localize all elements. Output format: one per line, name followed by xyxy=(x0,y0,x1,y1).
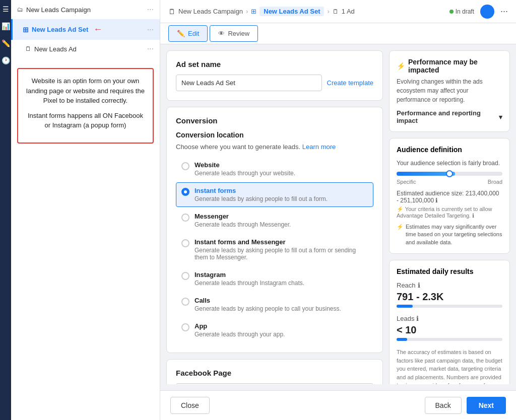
chevron-down-icon: ▾ xyxy=(499,113,502,121)
radio-app-circle xyxy=(181,323,189,331)
avatar[interactable] xyxy=(480,5,494,19)
content-area: Ad set name Create template Conversion C… xyxy=(160,44,516,390)
radio-instagram-circle xyxy=(181,272,189,280)
leads-bar-fill xyxy=(397,338,407,341)
radio-messenger-circle xyxy=(181,214,189,222)
status-dot xyxy=(449,10,454,14)
leads-result: Leads ℹ < 10 xyxy=(397,315,502,341)
radio-instant-messenger-text: Instant forms and Messenger Generate lea… xyxy=(195,238,368,261)
audience-criteria-note: ⚡ Your criteria is currently set to allo… xyxy=(397,206,502,219)
radio-instant-text: Instant forms Generate leads by asking p… xyxy=(195,187,328,202)
sidebar-item-ad[interactable]: 🗒 New Leads Ad ··· xyxy=(11,40,160,58)
breadcrumb-campaign[interactable]: New Leads Campaign xyxy=(178,8,243,15)
audience-description: Your audience selection is fairly broad. xyxy=(397,160,502,167)
right-panel: ⚡ Performance may be impacted Evolving c… xyxy=(389,50,510,384)
breadcrumb-sep1: › xyxy=(246,8,248,15)
leads-value: < 10 xyxy=(397,324,502,336)
reach-bar-bg xyxy=(397,305,502,308)
form-panel: Ad set name Create template Conversion C… xyxy=(166,50,383,384)
info-icon-criteria[interactable]: ℹ xyxy=(472,213,474,219)
ad-icon: 🗒 xyxy=(25,45,31,52)
chart-icon[interactable]: 📊 xyxy=(2,22,10,30)
breadcrumb-campaign-icon: 🗒 xyxy=(168,8,175,16)
reach-value: 791 - 2.3K xyxy=(397,291,502,303)
spark-icon2: ⚡ xyxy=(397,223,404,231)
annotation-box: Website is an optin form on your own lan… xyxy=(17,68,154,144)
radio-messenger[interactable]: Messenger Generate leads through Messeng… xyxy=(176,208,373,233)
audience-bar-indicator xyxy=(446,170,453,177)
info-icon-audience[interactable]: ℹ xyxy=(435,197,438,204)
next-button[interactable]: Next xyxy=(467,397,506,414)
reach-bar-fill xyxy=(397,305,413,308)
audience-size: Estimated audience size: 213,400,000 - 2… xyxy=(397,190,502,204)
breadcrumb-adset[interactable]: New Leads Ad Set xyxy=(260,7,324,16)
arrow-indicator: ← xyxy=(93,24,102,35)
tab-edit-label: Edit xyxy=(188,30,199,37)
bottom-right-buttons: Back Next xyxy=(425,397,506,414)
audience-warning: ⚡ Estimates may vary significantly over … xyxy=(397,223,502,246)
results-disclaimer: The accuracy of estimates is based on fa… xyxy=(397,348,502,384)
adset-dots[interactable]: ··· xyxy=(147,25,154,34)
audience-bar-container xyxy=(397,172,502,176)
estimated-results-title: Estimated daily results xyxy=(397,267,502,275)
adset-name-card: Ad set name Create template xyxy=(166,50,383,101)
status-label: In draft xyxy=(456,8,474,15)
radio-instant-forms[interactable]: Instant forms Generate leads by asking p… xyxy=(176,182,373,207)
adset-name-title: Ad set name xyxy=(176,60,373,68)
spark-icon: ⚡ xyxy=(397,206,404,212)
radio-calls-text: Calls Generate leads by asking people to… xyxy=(195,297,341,312)
adset-name-input[interactable] xyxy=(176,75,322,91)
tab-edit[interactable]: ✏️ Edit xyxy=(168,25,208,42)
specific-label: Specific xyxy=(397,179,416,185)
performance-alert-card: ⚡ Performance may be impacted Evolving c… xyxy=(389,50,510,132)
create-template-link[interactable]: Create template xyxy=(327,79,374,87)
clock-icon[interactable]: 🕐 xyxy=(2,56,10,64)
bottom-bar: Close Back Next xyxy=(160,390,516,420)
conversion-learn-more[interactable]: Learn more xyxy=(302,143,336,151)
conversion-location-title: Conversion location xyxy=(176,131,373,139)
back-button[interactable]: Back xyxy=(425,397,462,414)
radio-website-text: Website Generate leads through your webs… xyxy=(195,161,295,177)
main-area: 🗒 New Leads Campaign › ⊞ New Leads Ad Se… xyxy=(160,0,516,420)
tab-review-label: Review xyxy=(228,30,249,37)
facebook-page-title: Facebook Page xyxy=(176,369,373,377)
radio-app[interactable]: App Generate leads through your app. xyxy=(176,318,373,342)
page-select[interactable]: Andrea Vahl, Inc. ▾ xyxy=(176,383,373,384)
edit-icon[interactable]: ✏️ xyxy=(2,39,10,47)
breadcrumb-ad-icon: 🗒 xyxy=(333,8,339,15)
sidebar-ad-label: New Leads Ad xyxy=(34,45,77,53)
reach-label: Reach ℹ xyxy=(397,282,502,289)
close-button[interactable]: Close xyxy=(170,397,210,414)
breadcrumb-sep2: › xyxy=(327,8,329,15)
ad-dots[interactable]: ··· xyxy=(147,44,154,53)
sidebar-adset-label: New Leads Ad Set xyxy=(32,26,88,33)
radio-instant-messenger[interactable]: Instant forms and Messenger Generate lea… xyxy=(176,234,373,265)
estimated-results-card: Estimated daily results Reach ℹ 791 - 2.… xyxy=(389,260,510,384)
sidebar-item-campaign[interactable]: 🗂 New Leads Campaign ··· xyxy=(11,0,160,19)
sidebar-item-adset[interactable]: ⊞ New Leads Ad Set ← ··· xyxy=(11,19,160,40)
sidebar: 🗂 New Leads Campaign ··· ⊞ New Leads Ad … xyxy=(11,0,160,420)
campaign-dots[interactable]: ··· xyxy=(147,5,154,14)
performance-alert-expand[interactable]: Performance and reporting impact ▾ xyxy=(397,109,502,124)
status-badge: In draft xyxy=(449,8,474,15)
radio-messenger-text: Messenger Generate leads through Messeng… xyxy=(195,213,291,228)
radio-calls[interactable]: Calls Generate leads by asking people to… xyxy=(176,292,373,317)
audience-definition-card: Audience definition Your audience select… xyxy=(389,138,510,254)
annotation-line2: Instant forms happens all ON Facebook or… xyxy=(25,111,146,130)
conversion-desc: Choose where you want to generate leads.… xyxy=(176,143,373,151)
adset-name-input-row: Create template xyxy=(176,75,373,91)
performance-alert-title: ⚡ Performance may be impacted xyxy=(397,58,502,74)
sidebar-campaign-label: New Leads Campaign xyxy=(26,6,91,14)
radio-website-circle xyxy=(181,162,189,170)
audience-labels: Specific Broad xyxy=(397,179,502,185)
audience-definition-title: Audience definition xyxy=(397,146,502,154)
nav-more-icon[interactable]: ··· xyxy=(500,6,508,17)
info-icon-reach[interactable]: ℹ xyxy=(418,282,420,289)
radio-website[interactable]: Website Generate leads through your webs… xyxy=(176,157,373,181)
radio-instagram[interactable]: Instagram Generate leads through Instagr… xyxy=(176,266,373,291)
radio-app-text: App Generate leads through your app. xyxy=(195,322,285,338)
tab-review[interactable]: 👁 Review xyxy=(210,25,258,42)
menu-icon[interactable]: ☰ xyxy=(3,5,9,13)
breadcrumb-ad[interactable]: 1 Ad xyxy=(342,8,355,15)
info-icon-leads[interactable]: ℹ xyxy=(416,315,419,322)
